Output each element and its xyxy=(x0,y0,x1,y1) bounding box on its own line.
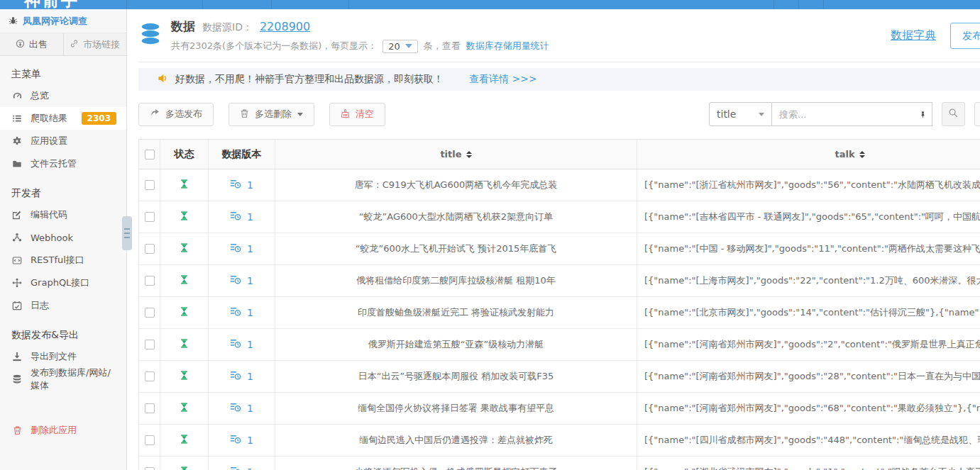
row-checkbox[interactable] xyxy=(145,403,155,413)
page-size-select[interactable]: 20 xyxy=(382,40,418,53)
version-count: 1 xyxy=(247,275,253,286)
row-title[interactable]: 日本“出云”号驱逐舰本周服役 稍加改装可载F35 xyxy=(275,361,637,392)
sidebar-collapse-handle[interactable] xyxy=(122,216,132,250)
row-version-cell[interactable]: 1 xyxy=(209,233,275,264)
row-checkbox[interactable] xyxy=(145,180,155,190)
topbar-divider xyxy=(126,0,127,9)
history-icon xyxy=(230,370,241,383)
row-talk[interactable]: [{"name":"[四川省成都市网友]","goods":"448","con… xyxy=(637,425,980,456)
row-version-cell[interactable]: 1 xyxy=(209,329,275,360)
row-version-cell[interactable]: 1 xyxy=(209,201,275,233)
sidebar-item[interactable]: 应用设置 xyxy=(0,130,126,152)
row-status-cell xyxy=(160,425,209,456)
row-status-cell xyxy=(160,169,209,201)
row-version-cell[interactable]: 1 xyxy=(209,265,275,296)
sidebar-item-delete-app[interactable]: 删除此应用 xyxy=(0,419,126,442)
row-version-cell[interactable]: 1 xyxy=(209,361,275,392)
row-version-cell[interactable]: 1 xyxy=(209,457,275,470)
link-icon xyxy=(70,39,79,50)
broom-icon xyxy=(341,108,350,121)
row-talk[interactable]: [{"name":"[吉林省四平市 - 联通网友]","goods":"65",… xyxy=(637,201,980,233)
sidebar-section: 数据发布&导出 导出到文件 发布到数据库/网站/媒体 xyxy=(0,317,126,391)
row-version-cell[interactable]: 1 xyxy=(209,169,275,201)
history-icon xyxy=(230,338,241,351)
column-header-title[interactable]: title xyxy=(275,140,637,169)
sidebar-item[interactable]: RESTful接口 xyxy=(0,249,126,272)
notice-text: 好数据，不用爬！神箭手官方整理和出品数据源，即刻获取！ xyxy=(175,73,444,86)
row-talk[interactable]: [{"name":"[浙江省杭州市网友]","goods":"56","cont… xyxy=(637,169,980,201)
row-checkbox[interactable] xyxy=(145,276,155,286)
more-button-partial[interactable] xyxy=(974,102,980,126)
multi-publish-button[interactable]: 多选发布 xyxy=(138,103,214,126)
row-version-cell[interactable]: 1 xyxy=(209,297,275,328)
row-title[interactable]: “蛟龙”600水上飞机开始试飞 预计2015年底首飞 xyxy=(275,233,637,264)
tab-sell-label: 出售 xyxy=(29,38,48,51)
history-icon xyxy=(230,402,241,415)
row-status-cell xyxy=(160,457,209,470)
sidebar-item[interactable]: 爬取结果 2303 xyxy=(0,107,126,130)
row-title[interactable]: 俄将租借给印度第二艘阿库拉级核潜艇 租期10年 xyxy=(275,265,637,296)
tab-sell[interactable]: 出售 xyxy=(0,33,63,55)
chevron-down-icon xyxy=(405,44,412,48)
clear-all-button[interactable]: 清空 xyxy=(329,103,385,126)
topbar-divider xyxy=(823,0,824,9)
storage-stats-link[interactable]: 数据库存储用量统计 xyxy=(466,40,549,52)
sidebar-item[interactable]: 总览 xyxy=(0,84,126,107)
graphql-icon xyxy=(11,278,23,288)
row-status-cell xyxy=(160,233,209,264)
row-talk[interactable]: [{"name":"[河南省郑州市网友]","goods":"2","conte… xyxy=(637,329,980,360)
select-all-checkbox[interactable] xyxy=(145,150,155,160)
folder-icon xyxy=(11,160,23,169)
row-checkbox[interactable] xyxy=(145,244,155,254)
sidebar-item[interactable]: 文件云托管 xyxy=(0,152,126,175)
table-header-row: 状态 数据版本 title talk xyxy=(139,139,980,169)
search-field-select[interactable]: title xyxy=(709,102,772,126)
sidebar-section: 主菜单 总览 爬取结果 2303 应用设置 文件云托管 xyxy=(0,56,126,175)
publish-data-button[interactable]: 发布数据 xyxy=(950,23,980,49)
row-title[interactable]: 唐军：C919大飞机AG600两栖飞机今年完成总装 xyxy=(275,169,637,201)
sidebar: 凤凰网评论调查 出售 市场链接 主菜单 总览 爬取结果 2303 应用设置 xyxy=(0,9,127,470)
sidebar-item[interactable]: 编辑代码 xyxy=(0,203,126,226)
row-talk[interactable]: [{"name":"[湖北省武汉市网友]","goods":"1","conte… xyxy=(637,457,980,470)
sidebar-item[interactable]: 日志 xyxy=(0,294,126,317)
row-checkbox[interactable] xyxy=(145,467,155,470)
search-button[interactable] xyxy=(942,102,965,126)
source-id-link[interactable]: 2208900 xyxy=(260,20,310,33)
export-icon xyxy=(11,352,23,362)
app-selector[interactable]: 凤凰网评论调查 xyxy=(0,9,126,33)
tab-market-link[interactable]: 市场链接 xyxy=(63,33,127,55)
row-title[interactable]: 少将谈缅甸军机入侵：换成俄罗斯早把它打下来了 xyxy=(275,457,637,470)
data-dictionary-link[interactable]: 数据字典 xyxy=(891,28,936,43)
history-icon xyxy=(230,466,241,470)
hourglass-icon xyxy=(180,211,189,224)
row-talk[interactable]: [{"name":"[北京市网友]","goods":"14","content… xyxy=(637,297,980,328)
row-title[interactable]: 缅甸边民逃入中国后仍遭遇投弹：差点就被炸死 xyxy=(275,425,637,456)
row-talk[interactable]: [{"name":"[中国 - 移动网友]","goods":"11","con… xyxy=(637,233,980,264)
row-status-cell xyxy=(160,361,209,392)
row-checkbox[interactable] xyxy=(145,435,155,445)
sidebar-item[interactable]: Webhook xyxy=(0,226,126,249)
row-checkbox[interactable] xyxy=(145,371,155,381)
column-header-talk[interactable]: talk xyxy=(637,140,980,169)
row-talk[interactable]: [{"name":"[上海市网友]","goods":"22","content… xyxy=(637,265,980,296)
multi-delete-button[interactable]: 多选删除 xyxy=(229,103,314,126)
sidebar-item[interactable]: 导出到文件 xyxy=(0,345,126,368)
row-title[interactable]: 俄罗斯开始建造第五艘“亚森”级核动力潜艇 xyxy=(275,329,637,360)
row-title[interactable]: 缅甸全国停火协议将择日签署 果敢战事有望平息 xyxy=(275,393,637,424)
row-talk[interactable]: [{"name":"[河南省郑州市网友]","goods":"68","cont… xyxy=(637,393,980,424)
bug-icon xyxy=(9,16,18,27)
row-title[interactable]: “蛟龙”AG600大型水陆两栖飞机获2架意向订单 xyxy=(275,201,637,233)
row-checkbox[interactable] xyxy=(145,308,155,318)
row-checkbox[interactable] xyxy=(145,212,155,222)
row-version-cell[interactable]: 1 xyxy=(209,425,275,456)
row-version-cell[interactable]: 1 xyxy=(209,393,275,424)
row-talk[interactable]: [{"name":"[河南省郑州市网友]","goods":"28","cont… xyxy=(637,361,980,392)
hourglass-icon xyxy=(180,179,189,192)
row-checkbox[interactable] xyxy=(145,340,155,349)
notice-detail-link[interactable]: 查看详情 >>> xyxy=(469,73,537,86)
search-input[interactable] xyxy=(772,109,907,120)
sidebar-item[interactable]: 发布到数据库/网站/媒体 xyxy=(0,368,126,391)
version-count: 1 xyxy=(247,339,253,350)
row-title[interactable]: 印度首艘鲉鱼级潜艇近完工 将验证核武发射能力 xyxy=(275,297,637,328)
sidebar-item[interactable]: GraphQL接口 xyxy=(0,272,126,294)
